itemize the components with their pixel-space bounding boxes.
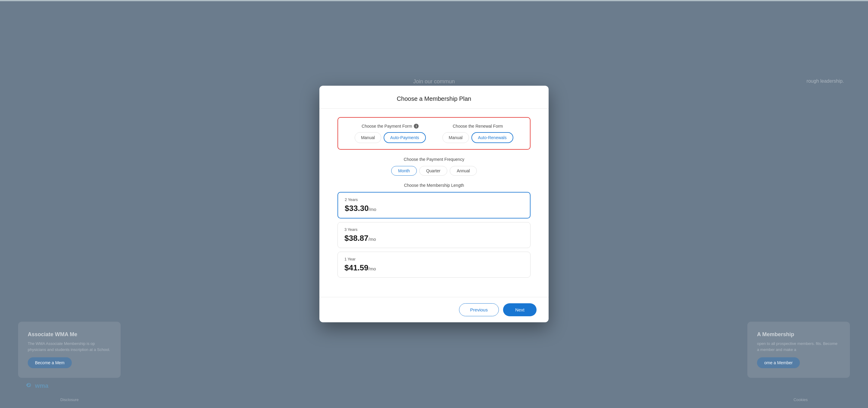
form-row: Choose the Payment Form i Manual Auto-Pa… — [346, 124, 522, 143]
plan-3year-price: $38.87/mo — [344, 234, 524, 243]
modal-header: Choose a Membership Plan — [319, 86, 549, 109]
membership-length-label: Choose the Membership Length — [338, 183, 530, 188]
renewal-form-label: Choose the Renewal Form — [453, 124, 503, 128]
plan-1year-label: 1 Year — [344, 257, 524, 261]
renewal-form-col: Choose the Renewal Form Manual Auto-Rene… — [434, 124, 522, 143]
renewal-manual-button[interactable]: Manual — [442, 132, 469, 143]
payment-form-col: Choose the Payment Form i Manual Auto-Pa… — [346, 124, 434, 143]
payment-form-label: Choose the Payment Form i — [362, 124, 418, 128]
frequency-label: Choose the Payment Frequency — [338, 157, 530, 162]
payment-form-buttons: Manual Auto-Payments — [355, 132, 426, 143]
payment-renewal-section: Choose the Payment Form i Manual Auto-Pa… — [338, 117, 530, 150]
previous-button[interactable]: Previous — [459, 303, 499, 316]
plan-2year-price: $33.30/mo — [345, 204, 523, 213]
freq-month-button[interactable]: Month — [391, 166, 417, 176]
payment-form-label-text: Choose the Payment Form — [362, 124, 412, 128]
modal: Choose a Membership Plan Choose the Paym… — [319, 86, 549, 322]
plan-3year[interactable]: 3 Years $38.87/mo — [338, 222, 530, 248]
next-button[interactable]: Next — [503, 303, 536, 316]
renewal-form-buttons: Manual Auto-Renewals — [442, 132, 513, 143]
plan-1year-price: $41.59/mo — [344, 263, 524, 272]
renewal-auto-button[interactable]: Auto-Renewals — [471, 132, 513, 143]
payment-auto-button[interactable]: Auto-Payments — [384, 132, 426, 143]
freq-annual-button[interactable]: Annual — [450, 166, 477, 176]
modal-backdrop: Choose a Membership Plan Choose the Paym… — [0, 0, 868, 408]
plan-3year-label: 3 Years — [344, 227, 524, 232]
modal-body: Choose the Payment Form i Manual Auto-Pa… — [319, 109, 549, 297]
frequency-buttons: Month Quarter Annual — [338, 166, 530, 176]
info-icon[interactable]: i — [414, 124, 418, 128]
plan-2year-label: 2 Years — [345, 197, 523, 202]
modal-footer: Previous Next — [319, 297, 549, 322]
modal-title: Choose a Membership Plan — [332, 95, 536, 102]
freq-quarter-button[interactable]: Quarter — [419, 166, 447, 176]
plan-cards: 2 Years $33.30/mo 3 Years $38.87/mo 1 Ye… — [338, 192, 530, 278]
renewal-form-label-text: Choose the Renewal Form — [453, 124, 503, 128]
plan-1year[interactable]: 1 Year $41.59/mo — [338, 252, 530, 278]
payment-manual-button[interactable]: Manual — [355, 132, 381, 143]
plan-2year[interactable]: 2 Years $33.30/mo — [338, 192, 530, 218]
